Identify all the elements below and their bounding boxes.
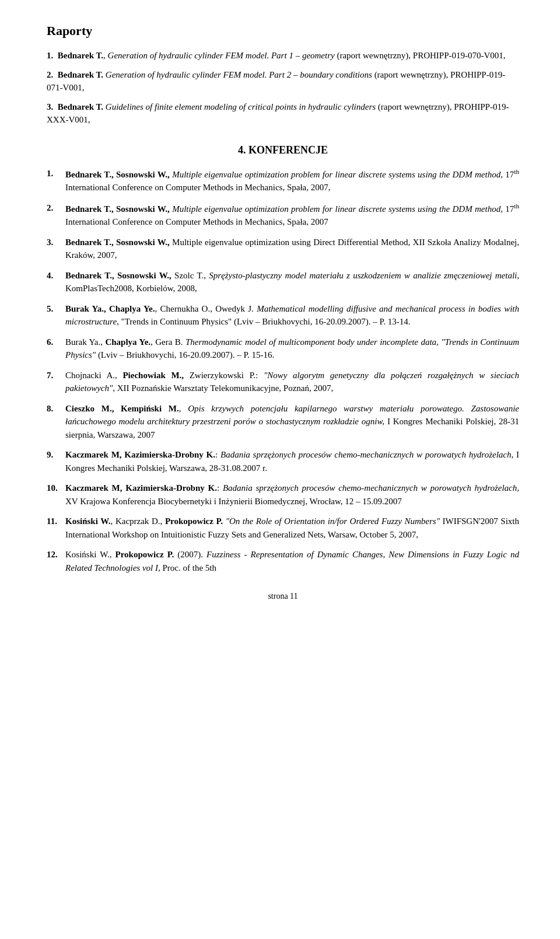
ref-9-author: Kaczmarek M, Kazimierska-Drobny K.	[65, 450, 215, 459]
ref-item-4: 4. Bednarek T., Sosnowski W., Szolc T., …	[47, 269, 519, 295]
intro-author-1: Bednarek T.	[58, 51, 103, 60]
ref-num-7: 7.	[47, 369, 65, 382]
intro-author-2: Bednarek T.	[58, 70, 103, 79]
ref-4-author: Bednarek T., Sosnowski W.,	[65, 271, 172, 280]
ref-11-author: Kosiński W.	[65, 516, 111, 526]
ref-num-8: 8.	[47, 402, 65, 416]
ref-content-10: Kaczmarek M, Kazimierska-Drobny K.: Bada…	[65, 481, 519, 508]
section4-heading: 4. KONFERENCJE	[47, 144, 519, 156]
ref-item-6: 6. Burak Ya., Chaplya Ye., Gera B. Therm…	[47, 336, 519, 362]
intro-num-2: 2.	[47, 70, 53, 79]
ref-num-1: 1.	[47, 167, 65, 180]
ref-content-2: Bednarek T., Sosnowski W., Multiple eige…	[65, 201, 519, 229]
ref-num-6: 6.	[47, 336, 65, 349]
ref-content-4: Bednarek T., Sosnowski W., Szolc T., Spr…	[65, 269, 519, 295]
page-footer: strona 11	[47, 592, 519, 601]
ref-item-8: 8. Cieszko M., Kempiński M., Opis krzywy…	[47, 402, 519, 442]
ref-content-11: Kosiński W., Kacprzak D., Prokopowicz P.…	[65, 515, 519, 541]
ref-9-title: Badania sprzężonych procesów chemo-mecha…	[220, 450, 513, 459]
ref-item-7: 7. Chojnacki A., Piechowiak M., Zwierzyk…	[47, 369, 519, 395]
ref-num-9: 9.	[47, 448, 65, 462]
ref-2-title: Multiple eigenvalue optimization problem…	[172, 204, 503, 214]
ref-item-2: 2. Bednarek T., Sosnowski W., Multiple e…	[47, 201, 519, 229]
ref-item-11: 11. Kosiński W., Kacprzak D., Prokopowic…	[47, 515, 519, 541]
ref-6-author: Chaplya Ye.	[105, 337, 150, 347]
intro-item-1: 1. Bednarek T., Generation of hydraulic …	[47, 49, 519, 62]
ref-3-author: Bednarek T., Sosnowski W.,	[65, 238, 170, 247]
ref-5-author: Burak Ya., Chaplya Ye.	[65, 304, 155, 313]
ref-content-5: Burak Ya., Chaplya Ye., Chernukha O., Ow…	[65, 302, 519, 329]
ref-item-12: 12. Kosiński W., Prokopowicz P. (2007). …	[47, 548, 519, 574]
ref-item-5: 5. Burak Ya., Chaplya Ye., Chernukha O.,…	[47, 302, 519, 329]
ref-content-8: Cieszko M., Kempiński M., Opis krzywych …	[65, 402, 519, 442]
ref-num-12: 12.	[47, 548, 65, 561]
ref-7-author: Piechowiak M.,	[123, 371, 184, 380]
ref-num-4: 4.	[47, 269, 65, 282]
ref-content-1: Bednarek T., Sosnowski W., Multiple eige…	[65, 167, 519, 194]
ref-item-10: 10. Kaczmarek M, Kazimierska-Drobny K.: …	[47, 481, 519, 508]
ref-num-3: 3.	[47, 236, 65, 249]
ref-item-1: 1. Bednarek T., Sosnowski W., Multiple e…	[47, 167, 519, 194]
intro-author-3: Bednarek T.	[58, 102, 103, 111]
intro-text-1: , Generation of hydraulic cylinder FEM m…	[103, 51, 505, 60]
ref-11-title: "On the Role of Orientation in/for Order…	[226, 516, 440, 526]
ref-4-title: Sprężysto-plastyczny model materiału z u…	[209, 271, 519, 280]
ref-num-11: 11.	[47, 515, 65, 528]
ref-item-3: 3. Bednarek T., Sosnowski W., Multiple e…	[47, 236, 519, 262]
raporty-title: Raporty	[47, 23, 519, 39]
ref-item-9: 9. Kaczmarek M, Kazimierska-Drobny K.: B…	[47, 448, 519, 474]
ref-10-author: Kaczmarek M, Kazimierska-Drobny K.	[65, 483, 217, 493]
ref-num-10: 10.	[47, 481, 65, 495]
reference-list: 1. Bednarek T., Sosnowski W., Multiple e…	[47, 167, 519, 575]
intro-item-3: 3. Bednarek T. Guidelines of finite elem…	[47, 100, 519, 127]
intro-text-2: Generation of hydraulic cylinder FEM mod…	[47, 70, 505, 93]
ref-10-title: Badania sprzężonych procesów chemo-mecha…	[223, 483, 519, 493]
intro-num-1: 1.	[47, 51, 53, 60]
ref-8-author: Cieszko M., Kempiński M.	[65, 404, 179, 413]
ref-2-author: Bednarek T., Sosnowski W.,	[65, 204, 170, 214]
page-header: Raporty	[47, 23, 519, 39]
intro-num-3: 3.	[47, 102, 53, 111]
ref-num-5: 5.	[47, 302, 65, 316]
ref-content-12: Kosiński W., Prokopowicz P. (2007). Fuzz…	[65, 548, 519, 574]
ref-1-title: Multiple eigenvalue optimization problem…	[172, 170, 503, 179]
ref-12-author: Prokopowicz P.	[116, 550, 174, 559]
intro-section: 1. Bednarek T., Generation of hydraulic …	[47, 49, 519, 127]
ref-11-author2: Prokopowicz P.	[165, 516, 223, 526]
ref-1-author1: Bednarek T., Sosnowski W.,	[65, 170, 170, 179]
ref-content-3: Bednarek T., Sosnowski W., Multiple eige…	[65, 236, 519, 262]
intro-item-2: 2. Bednarek T. Generation of hydraulic c…	[47, 68, 519, 95]
ref-content-7: Chojnacki A., Piechowiak M., Zwierzykows…	[65, 369, 519, 395]
ref-content-6: Burak Ya., Chaplya Ye., Gera B. Thermody…	[65, 336, 519, 362]
ref-num-2: 2.	[47, 201, 65, 215]
page-number: strona 11	[268, 592, 298, 601]
intro-text-3: Guidelines of finite element modeling of…	[47, 102, 509, 125]
ref-content-9: Kaczmarek M, Kazimierska-Drobny K.: Bada…	[65, 448, 519, 474]
